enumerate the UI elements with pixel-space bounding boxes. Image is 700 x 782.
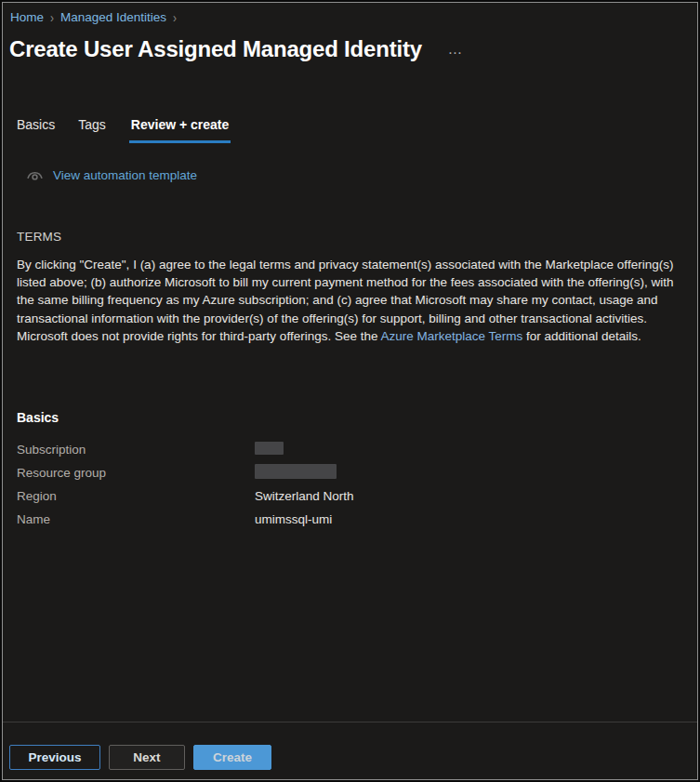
azure-marketplace-terms-link[interactable]: Azure Marketplace Terms <box>380 329 522 343</box>
more-options-icon[interactable]: ⋯ <box>448 40 465 60</box>
breadcrumb-separator-icon: › <box>173 9 177 24</box>
tab-basics[interactable]: Basics <box>17 117 55 143</box>
tab-review-create[interactable]: Review + create <box>129 117 231 143</box>
page-title: Create User Assigned Managed Identity <box>9 36 422 62</box>
region-label: Region <box>17 489 255 503</box>
footer-buttons: Previous Next Create <box>9 745 271 770</box>
breadcrumb-home-link[interactable]: Home <box>10 10 44 24</box>
name-value: umimssql-umi <box>255 512 332 526</box>
summary-row-name: Name umimssql-umi <box>17 508 680 531</box>
wizard-footer: Previous Next Create <box>3 722 697 779</box>
terms-heading: TERMS <box>17 230 61 244</box>
redacted-block <box>255 442 284 455</box>
basics-summary-table: Subscription Resource group Region Switz… <box>17 438 680 531</box>
resource-group-label: Resource group <box>17 466 255 480</box>
breadcrumb-separator-icon: › <box>50 9 54 24</box>
name-label: Name <box>17 512 255 526</box>
breadcrumb-managed-identities-link[interactable]: Managed Identities <box>60 10 166 24</box>
create-button[interactable]: Create <box>193 745 271 770</box>
page-header: Create User Assigned Managed Identity ⋯ <box>9 36 465 62</box>
summary-row-region: Region Switzerland North <box>17 484 680 508</box>
view-automation-template-label: View automation template <box>53 168 197 182</box>
create-managed-identity-blade: Home › Managed Identities › Create User … <box>0 0 700 782</box>
subscription-value-redacted <box>255 442 284 457</box>
region-value: Switzerland North <box>255 489 354 503</box>
summary-row-resource-group: Resource group <box>17 461 680 484</box>
basics-section-heading: Basics <box>17 410 59 425</box>
resource-group-value-redacted <box>255 464 337 482</box>
summary-row-subscription: Subscription <box>17 438 680 461</box>
breadcrumb: Home › Managed Identities › <box>10 10 177 24</box>
terms-paragraph: By clicking "Create", I (a) agree to the… <box>17 256 680 345</box>
subscription-label: Subscription <box>17 443 255 457</box>
next-button[interactable]: Next <box>109 745 185 770</box>
tab-tags[interactable]: Tags <box>78 117 106 143</box>
view-automation-template-link[interactable]: View automation template <box>26 168 197 182</box>
wizard-tabs: Basics Tags Review + create <box>17 117 231 143</box>
redacted-block <box>255 464 337 479</box>
previous-button[interactable]: Previous <box>9 745 100 770</box>
terms-text: for additional details. <box>522 329 641 343</box>
eye-icon <box>26 168 44 182</box>
